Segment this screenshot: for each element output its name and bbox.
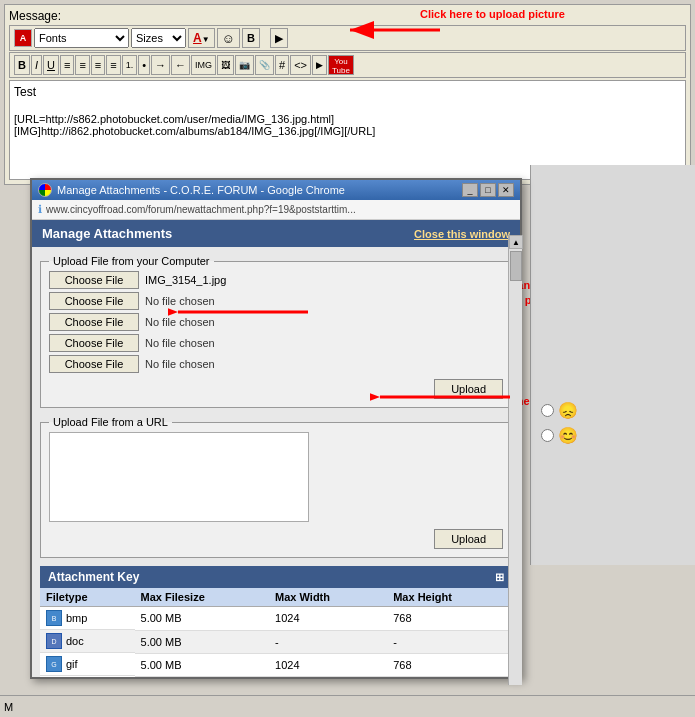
modal-title-text: Manage Attachments - C.O.R.E. FORUM - Go… [57, 184, 345, 196]
upload-computer-section: Upload File from your Computer Choose Fi… [40, 255, 512, 408]
underline-btn[interactable]: U [43, 55, 59, 75]
choose-file-btn-5[interactable]: Choose File [49, 355, 139, 373]
radio-sad[interactable] [541, 404, 554, 417]
radio-row-2: 😊 [541, 426, 578, 445]
attachment-table-header: Filetype Max Filesize Max Width Max Heig… [40, 588, 512, 607]
modal-header-title: Manage Attachments [42, 226, 172, 241]
cell-height-gif: 768 [387, 653, 512, 676]
file-status-3: No file chosen [145, 316, 215, 328]
modal-header: Manage Attachments Close this window [32, 220, 520, 247]
cell-height-bmp: 768 [387, 607, 512, 631]
modal-scrollbar[interactable]: ▲ [508, 235, 522, 685]
upload-url-section: Upload File from a URL Upload [40, 416, 512, 558]
message-label: Message: [9, 9, 686, 23]
choose-file-btn-3[interactable]: Choose File [49, 313, 139, 331]
size-select[interactable]: Sizes [131, 28, 186, 48]
img4-btn[interactable]: 📎 [255, 55, 274, 75]
side-panel: 😞 😊 [530, 165, 695, 565]
col-max-height: Max Height [387, 588, 512, 607]
upload-picture-annotation: Click here to upload picture [420, 8, 565, 20]
cell-filesize-doc: 5.00 MB [135, 630, 270, 653]
happy-emoji: 😊 [558, 426, 578, 445]
modal-titlebar: Manage Attachments - C.O.R.E. FORUM - Go… [32, 180, 520, 200]
file-row-1: Choose File IMG_3154_1.jpg [49, 271, 503, 289]
video-btn[interactable]: ▶ [312, 55, 327, 75]
cell-filetype-bmp: B bmp [40, 607, 135, 630]
bold-btn2[interactable]: B [242, 28, 260, 48]
radio-row-1: 😞 [541, 401, 578, 420]
attachment-key-section: Attachment Key ⊞ Filetype Max Filesize M… [40, 566, 512, 677]
cell-filesize-bmp: 5.00 MB [135, 607, 270, 631]
choose-file-btn-4[interactable]: Choose File [49, 334, 139, 352]
align-center-btn[interactable]: ≡ [75, 55, 89, 75]
close-window-link[interactable]: Close this window [414, 228, 510, 240]
file-row-3: Choose File No file chosen [49, 313, 503, 331]
attachment-key-header: Attachment Key ⊞ [40, 566, 512, 588]
address-url: www.cincyoffroad.com/forum/newattachment… [46, 204, 356, 215]
cell-filetype-gif: G gif [40, 653, 135, 676]
cell-width-bmp: 1024 [269, 607, 387, 631]
ul-btn[interactable]: • [138, 55, 150, 75]
file-status-5: No file chosen [145, 358, 215, 370]
bold-btn[interactable]: B [14, 55, 30, 75]
hash-btn[interactable]: # [275, 55, 289, 75]
youtube-btn[interactable]: YouTube [328, 55, 354, 75]
upload-arrow-area: ▶ [270, 28, 288, 48]
bmp-icon: B [46, 610, 62, 626]
modal-window-controls: _ □ ✕ [462, 183, 514, 197]
align-right-btn[interactable]: ≡ [91, 55, 105, 75]
file-status-2: No file chosen [145, 295, 215, 307]
cell-width-gif: 1024 [269, 653, 387, 676]
upload-url-btn[interactable]: Upload [434, 529, 503, 549]
table-row-gif: G gif 5.00 MB 1024 768 [40, 653, 512, 676]
restore-btn[interactable]: □ [480, 183, 496, 197]
align-left-btn[interactable]: ≡ [60, 55, 74, 75]
info-icon: ℹ [38, 203, 42, 216]
editor-line2 [14, 99, 681, 113]
scroll-thumb[interactable] [510, 251, 522, 281]
indent-btn[interactable]: → [151, 55, 170, 75]
font-color-btn[interactable]: A▼ [188, 28, 215, 48]
smiley-btn[interactable]: ☺ [217, 28, 240, 48]
gif-icon: G [46, 656, 62, 672]
choose-file-btn-1[interactable]: Choose File [49, 271, 139, 289]
upload-computer-btn[interactable]: Upload [434, 379, 503, 399]
italic-btn[interactable]: I [31, 55, 42, 75]
code-btn[interactable]: <> [290, 55, 311, 75]
align-justify-btn[interactable]: ≡ [106, 55, 120, 75]
close-btn[interactable]: ✕ [498, 183, 514, 197]
scroll-up-btn[interactable]: ▲ [509, 235, 523, 249]
choose-file-btn-2[interactable]: Choose File [49, 292, 139, 310]
editor-line1: Test [14, 85, 681, 99]
cell-height-doc: - [387, 630, 512, 653]
ol-btn[interactable]: 1. [122, 55, 138, 75]
upload-picture-btn[interactable]: ▶ [270, 28, 288, 48]
radio-happy[interactable] [541, 429, 554, 442]
side-radio-group: 😞 😊 [541, 401, 578, 445]
modal-body: Upload File from your Computer Choose Fi… [32, 247, 520, 677]
minimize-btn[interactable]: _ [462, 183, 478, 197]
file-row-4: Choose File No file chosen [49, 334, 503, 352]
attachment-table: Filetype Max Filesize Max Width Max Heig… [40, 588, 512, 677]
table-row-bmp: B bmp 5.00 MB 1024 768 [40, 607, 512, 631]
img1-btn[interactable]: IMG [191, 55, 216, 75]
font-select[interactable]: Fonts [34, 28, 129, 48]
bottom-status: M [4, 701, 13, 713]
cell-filesize-gif: 5.00 MB [135, 653, 270, 676]
img2-btn[interactable]: 🖼 [217, 55, 234, 75]
editor-line3: [URL=http://s862.photobucket.com/user/me… [14, 113, 681, 125]
col-max-filesize: Max Filesize [135, 588, 270, 607]
manage-attachments-modal: Manage Attachments - C.O.R.E. FORUM - Go… [30, 178, 522, 679]
expand-icon[interactable]: ⊞ [495, 571, 504, 584]
editor-line4: [IMG]http://i862.photobucket.com/albums/… [14, 125, 681, 137]
url-textarea[interactable] [49, 432, 309, 522]
col-max-width: Max Width [269, 588, 387, 607]
img3-btn[interactable]: 📷 [235, 55, 254, 75]
col-filetype: Filetype [40, 588, 135, 607]
chrome-icon [38, 183, 52, 197]
attachment-key-title: Attachment Key [48, 570, 139, 584]
font-icon: A [14, 29, 32, 47]
upload-url-legend: Upload File from a URL [49, 416, 172, 428]
outdent-btn[interactable]: ← [171, 55, 190, 75]
modal-address-bar: ℹ www.cincyoffroad.com/forum/newattachme… [32, 200, 520, 220]
